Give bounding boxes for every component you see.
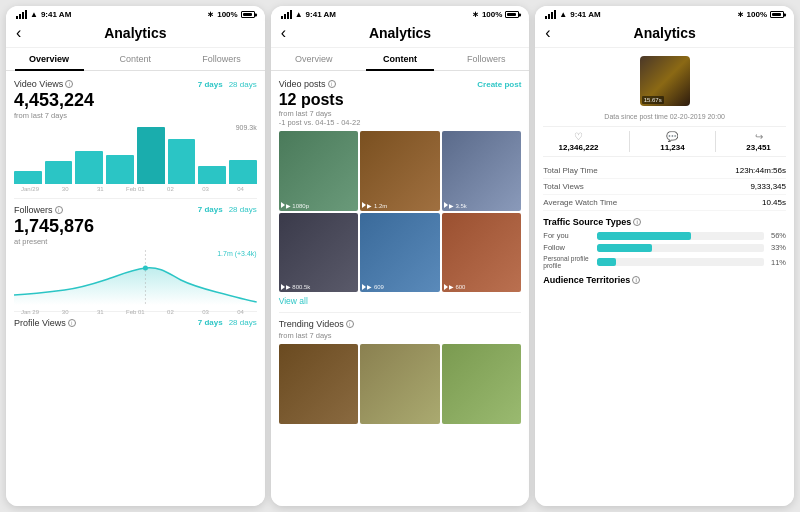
- video-views-header: Video Views i 7 days 28 days: [14, 79, 257, 89]
- trending-thumb-1[interactable]: [279, 344, 359, 424]
- status-left-1: ▲ 9:41 AM: [16, 10, 71, 19]
- bluetooth-icon-2: ∗: [472, 10, 479, 19]
- eng-divider-1: [629, 131, 630, 152]
- header-title-2: Analytics: [369, 25, 431, 41]
- x-axis-2: Jan 29 30 31 Feb 01 02 03 04: [14, 309, 257, 315]
- post-label-3: ▶ 3.5k: [444, 202, 467, 209]
- header-1: ‹ Analytics: [6, 21, 265, 48]
- bar-6: [168, 139, 196, 184]
- traffic-row-1: For you 56%: [543, 231, 786, 240]
- post-label-6: ▶ 600: [444, 283, 466, 290]
- panel-overview: ▲ 9:41 AM ∗ 100% ‹ Analytics Overview Co…: [6, 6, 265, 506]
- bar-4: [106, 155, 134, 184]
- divider-1: [14, 198, 257, 199]
- battery-pct-3: 100%: [747, 10, 767, 19]
- tab-followers-2[interactable]: Followers: [443, 48, 529, 70]
- create-post-button[interactable]: Create post: [477, 80, 521, 89]
- wifi-icon-2: ▲: [295, 10, 303, 19]
- bar-7: [198, 166, 226, 184]
- x-label-2: 30: [49, 186, 81, 192]
- likes-item: ♡ 12,346,222: [559, 131, 599, 152]
- info-icon-vv: i: [65, 80, 73, 88]
- period-7days-followers[interactable]: 7 days: [198, 205, 223, 214]
- trending-thumb-2[interactable]: [360, 344, 440, 424]
- post-thumb-4[interactable]: ▶ 800.5k: [279, 213, 359, 293]
- post-label-1: ▶ 1080p: [281, 202, 309, 209]
- tab-content-1[interactable]: Content: [92, 48, 178, 70]
- video-views-value: 4,453,224: [14, 91, 257, 111]
- x-label-l5: 02: [154, 309, 186, 315]
- info-icon-audience: i: [632, 276, 640, 284]
- battery-icon-3: [770, 11, 784, 18]
- stat-row-2: Total Views 9,333,345: [543, 179, 786, 195]
- bar-5: [137, 127, 165, 184]
- x-label-l2: 30: [49, 309, 81, 315]
- period-links-vv: 7 days 28 days: [198, 80, 257, 89]
- line-chart-label: 1.7m (+3.4k): [217, 250, 257, 257]
- status-right-2: ∗ 100%: [472, 10, 519, 19]
- post-grid: ▶ 1080p ▶ 1.2m ▶ 3.5k ▶ 800.5k: [279, 131, 522, 292]
- post-thumb-6[interactable]: ▶ 600: [442, 213, 522, 293]
- header-title-1: Analytics: [104, 25, 166, 41]
- tab-overview-2[interactable]: Overview: [271, 48, 357, 70]
- line-chart-svg: [14, 250, 257, 305]
- x-label-3: 31: [84, 186, 116, 192]
- content-1: Video Views i 7 days 28 days 4,453,224 f…: [6, 71, 265, 506]
- bar-1: [14, 171, 42, 184]
- video-posts-header: Video posts i Create post: [279, 79, 522, 89]
- view-all-link[interactable]: View all: [279, 296, 522, 306]
- x-label-l6: 03: [189, 309, 221, 315]
- heart-icon: ♡: [559, 131, 599, 142]
- period-28days-pv[interactable]: 28 days: [229, 318, 257, 327]
- header-2: ‹ Analytics: [271, 21, 530, 48]
- stat-value-2: 9,333,345: [750, 182, 786, 191]
- period-28days-followers[interactable]: 28 days: [229, 205, 257, 214]
- profile-views-header: Profile Views i 7 days 28 days: [14, 318, 257, 328]
- post-thumb-5[interactable]: ▶ 609: [360, 213, 440, 293]
- traffic-label-1: For you: [543, 231, 593, 240]
- comments-count: 11,234: [660, 143, 684, 152]
- status-time-2: 9:41 AM: [306, 10, 336, 19]
- header-title-3: Analytics: [634, 25, 696, 41]
- tab-overview-1[interactable]: Overview: [6, 48, 92, 70]
- period-7days-pv[interactable]: 7 days: [198, 318, 223, 327]
- traffic-row-2: Follow 33%: [543, 243, 786, 252]
- video-posts-title: Video posts i: [279, 79, 336, 89]
- tab-content-2[interactable]: Content: [357, 48, 443, 70]
- period-7days-vv[interactable]: 7 days: [198, 80, 223, 89]
- post-thumb-1[interactable]: ▶ 1080p: [279, 131, 359, 211]
- trending-thumb-3[interactable]: [442, 344, 522, 424]
- status-right-3: ∗ 100%: [737, 10, 784, 19]
- period-links-pv: 7 days 28 days: [198, 318, 257, 327]
- traffic-bar-fill-2: [597, 244, 652, 252]
- tabs-1: Overview Content Followers: [6, 48, 265, 71]
- back-button-3[interactable]: ‹: [545, 24, 550, 42]
- video-views-title: Video Views i: [14, 79, 73, 89]
- eng-divider-2: [715, 131, 716, 152]
- x-label-l1: Jan 29: [14, 309, 46, 315]
- period-28days-vv[interactable]: 28 days: [229, 80, 257, 89]
- content-3: 15.67s Data since post time 02-20-2019 2…: [535, 48, 794, 506]
- bluetooth-icon-1: ∗: [207, 10, 214, 19]
- post-thumb-3[interactable]: ▶ 3.5k: [442, 131, 522, 211]
- likes-count: 12,346,222: [559, 143, 599, 152]
- trending-grid: [279, 344, 522, 424]
- info-icon-followers: i: [55, 206, 63, 214]
- stat-row-3: Average Watch Time 10.45s: [543, 195, 786, 211]
- wifi-icon-3: ▲: [559, 10, 567, 19]
- tab-followers-1[interactable]: Followers: [178, 48, 264, 70]
- post-label-4: ▶ 800.5k: [281, 283, 311, 290]
- stat-label-2: Total Views: [543, 182, 583, 191]
- battery-icon-1: [241, 11, 255, 18]
- video-duration: 15.67s: [642, 96, 664, 104]
- status-time-1: 9:41 AM: [41, 10, 71, 19]
- status-bar-2: ▲ 9:41 AM ∗ 100%: [271, 6, 530, 21]
- bluetooth-icon-3: ∗: [737, 10, 744, 19]
- back-button-1[interactable]: ‹: [16, 24, 21, 42]
- divider-p2: [279, 312, 522, 313]
- post-thumb-2[interactable]: ▶ 1.2m: [360, 131, 440, 211]
- bar-3: [75, 151, 103, 184]
- back-button-2[interactable]: ‹: [281, 24, 286, 42]
- signal-icon-2: [281, 10, 292, 19]
- stat-label-3: Average Watch Time: [543, 198, 617, 207]
